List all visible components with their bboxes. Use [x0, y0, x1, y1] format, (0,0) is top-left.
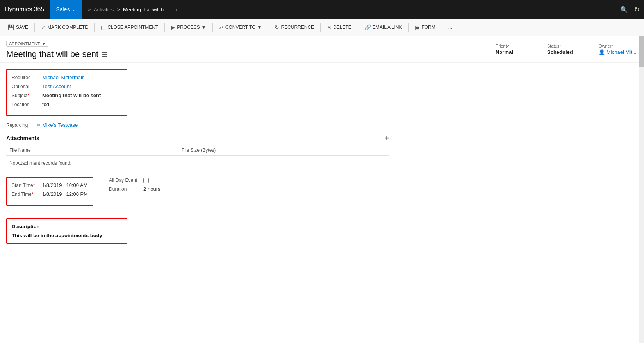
duration-row: Duration 2 hours	[109, 186, 160, 192]
brand-title: Dynamics 365	[5, 6, 50, 13]
start-time-row: Start Time* 1/8/2019 10:00 AM	[12, 182, 88, 188]
search-icon[interactable]: 🔍	[620, 6, 628, 13]
delete-label: DELETE	[333, 25, 351, 30]
scrollbar-thumb[interactable]	[639, 36, 644, 67]
start-time-value: 1/8/2019 10:00 AM	[42, 182, 87, 188]
breadcrumb-sep2: >	[117, 7, 120, 12]
close-appt-icon: ▢	[101, 24, 106, 30]
start-time-label: Start Time*	[12, 183, 39, 188]
form-label: FORM	[421, 25, 435, 30]
delete-button[interactable]: ✕ DELETE	[324, 21, 355, 34]
recurrence-icon: ↻	[275, 24, 279, 30]
badge-chevron-icon: ▼	[41, 41, 46, 46]
required-row: Required Michael Mittermair	[12, 75, 122, 80]
priority-value: Normal	[496, 49, 535, 55]
process-button[interactable]: ▶ PROCESS ▼	[168, 21, 209, 34]
email-link-label: EMAIL A LINK	[373, 25, 402, 30]
location-label: Location	[12, 102, 39, 107]
content-area: Required Michael Mittermair Optional Tes…	[6, 69, 638, 250]
history-icon[interactable]: ↻	[634, 6, 639, 13]
breadcrumb-sep1: >	[87, 7, 91, 12]
page-title-text: Meeting that will be sent	[6, 49, 98, 59]
all-day-label: All Day Event	[109, 178, 140, 183]
form-icon: ▣	[415, 24, 420, 30]
nav-icons: 🔍 ↻	[620, 6, 639, 13]
duration-label: Duration	[109, 187, 140, 192]
optional-label: Optional	[12, 84, 39, 89]
toolbar-separator-9	[442, 23, 442, 32]
col-filesize: File Size (Bytes)	[178, 145, 293, 156]
time-event-wrapper: Start Time* 1/8/2019 10:00 AM End Time* …	[6, 177, 638, 212]
delete-icon: ✕	[327, 24, 332, 30]
convert-icon: ⇄	[219, 24, 224, 30]
convert-to-label: CONVERT TO	[225, 25, 256, 30]
owner-field: Owner* 👤Michael Mit...	[599, 44, 638, 55]
regarding-label: Regarding	[6, 123, 34, 128]
regarding-value[interactable]: ✏ Mike's Testcase	[37, 122, 78, 128]
subject-row: Subject* Meeting that will be sent	[12, 92, 122, 98]
duration-value: 2 hours	[143, 186, 160, 192]
title-menu-icon[interactable]: ☰	[102, 51, 107, 58]
appointment-badge[interactable]: APPOINTMENT ▼	[6, 41, 48, 47]
toolbar-separator-4	[212, 23, 213, 32]
app-name-button[interactable]: Sales ⌄	[50, 0, 82, 19]
toolbar: 💾 SAVE ✓ MARK COMPLETE ▢ CLOSE APPOINTME…	[0, 19, 644, 36]
required-value[interactable]: Michael Mittermair	[42, 75, 84, 80]
appointment-badge-label: APPOINTMENT	[9, 41, 40, 46]
save-button[interactable]: 💾 SAVE	[5, 21, 31, 34]
subject-label: Subject*	[12, 93, 39, 98]
save-label: SAVE	[16, 25, 28, 30]
toolbar-separator-6	[320, 23, 321, 32]
process-chevron-icon: ▼	[202, 25, 206, 30]
recurrence-button[interactable]: ↻ RECURRENCE	[271, 21, 317, 34]
regarding-row: Regarding ✏ Mike's Testcase	[6, 122, 638, 128]
owner-value[interactable]: 👤Michael Mit...	[599, 49, 638, 55]
breadcrumb-chevron: ›	[175, 7, 177, 12]
status-field: Status* Scheduled	[547, 44, 586, 55]
app-name-label: Sales	[56, 6, 70, 12]
page-header-left: APPOINTMENT ▼ Meeting that will be sent …	[6, 41, 496, 59]
time-section: Start Time* 1/8/2019 10:00 AM End Time* …	[6, 177, 93, 206]
add-attachment-button[interactable]: +	[384, 134, 389, 142]
priority-field: Priority Normal	[496, 44, 535, 55]
status-label: Status*	[547, 44, 586, 48]
close-appointment-button[interactable]: ▢ CLOSE APPOINTMENT	[98, 21, 161, 34]
more-button[interactable]: ...	[445, 21, 455, 34]
col-actions	[293, 145, 389, 156]
email-icon: 🔗	[364, 24, 371, 30]
check-icon: ✓	[41, 24, 46, 30]
no-records-message: No Attachment records found.	[6, 156, 389, 171]
all-day-checkbox[interactable]	[143, 178, 149, 183]
location-row: Location tbd	[12, 101, 122, 107]
attachments-title: Attachments	[6, 135, 39, 141]
no-records-row: No Attachment records found.	[6, 156, 389, 171]
toolbar-separator-1	[34, 23, 35, 32]
breadcrumb-activities[interactable]: Activities	[94, 7, 114, 12]
mark-complete-button[interactable]: ✓ MARK COMPLETE	[38, 21, 91, 34]
convert-to-button[interactable]: ⇄ CONVERT TO ▼	[216, 21, 265, 34]
scrollbar-track[interactable]	[639, 36, 644, 256]
process-icon: ▶	[171, 24, 175, 30]
page-header: APPOINTMENT ▼ Meeting that will be sent …	[0, 36, 644, 63]
email-link-button[interactable]: 🔗 EMAIL A LINK	[361, 21, 405, 34]
attachments-header: Attachments +	[6, 134, 389, 142]
event-fields: All Day Event Duration 2 hours	[109, 177, 160, 192]
toolbar-separator-3	[164, 23, 165, 32]
convert-chevron-icon: ▼	[257, 25, 262, 30]
description-section: Description This will be in the appointm…	[6, 218, 127, 244]
toolbar-separator-7	[358, 23, 358, 32]
regarding-text: Mike's Testcase	[42, 122, 78, 128]
page-header-right: Priority Normal Status* Scheduled Owner*…	[496, 41, 638, 55]
end-time-row: End Time* 1/8/2019 12:00 PM	[12, 191, 88, 197]
description-body: This will be in the appointments body	[12, 233, 122, 238]
toolbar-separator-8	[408, 23, 409, 32]
toolbar-separator-2	[94, 23, 95, 32]
all-day-event-row: All Day Event	[109, 178, 160, 183]
optional-row: Optional Test Account	[12, 84, 122, 89]
end-time-value: 1/8/2019 12:00 PM	[42, 191, 88, 197]
col-filename[interactable]: File Name ↑	[6, 145, 178, 156]
optional-value[interactable]: Test Account	[42, 84, 71, 89]
end-time-label: End Time*	[12, 192, 39, 197]
form-button[interactable]: ▣ FORM	[412, 21, 438, 34]
edit-icon: ✏	[37, 123, 41, 128]
